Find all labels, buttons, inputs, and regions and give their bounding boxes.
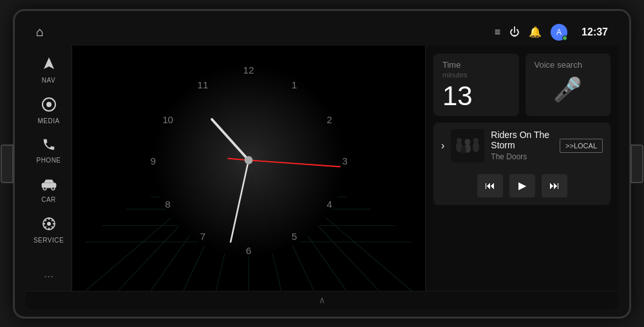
svg-text:7: 7 <box>200 231 205 242</box>
music-section: › <box>433 123 611 205</box>
microphone-icon[interactable]: 🎤 <box>553 76 582 103</box>
svg-text:1: 1 <box>292 79 297 90</box>
home-icon[interactable]: ⌂ <box>36 25 44 39</box>
nav-label: NAV <box>42 77 55 84</box>
time-widget: Time minutes 13 <box>433 54 519 116</box>
music-controls: ⏮ ▶ ⏭ <box>433 169 611 205</box>
svg-text:10: 10 <box>162 114 173 125</box>
svg-marker-0 <box>44 57 54 69</box>
svg-text:6: 6 <box>246 245 251 256</box>
song-info: Riders On The Storm The Doors <box>491 130 553 161</box>
svg-text:9: 9 <box>151 155 156 166</box>
bottom-bar: ∧ <box>26 291 618 309</box>
car-icon <box>41 177 57 193</box>
prev-button[interactable]: ⏮ <box>477 174 503 197</box>
svg-rect-60 <box>451 129 484 163</box>
clock-time: 12:37 <box>582 26 608 38</box>
svg-text:12: 12 <box>243 64 254 75</box>
clock-area: 12 1 2 3 4 5 6 7 8 9 10 11 <box>72 46 425 291</box>
device-frame: ⌂ ≡ ⏻ 🔔 A 12:37 <box>13 9 631 319</box>
svg-line-16 <box>44 226 46 228</box>
media-label: MEDIA <box>37 117 59 124</box>
bell-icon[interactable]: 🔔 <box>529 26 542 38</box>
right-panel: Time minutes 13 Voice search 🎤 › <box>425 46 618 291</box>
sidebar-item-service[interactable]: SERVICE <box>30 211 68 249</box>
svg-text:4: 4 <box>327 198 332 209</box>
svg-point-5 <box>43 186 46 190</box>
svg-text:5: 5 <box>292 231 297 242</box>
status-icons: ≡ ⏻ 🔔 A 12:37 <box>495 24 608 41</box>
expand-button[interactable]: › <box>441 140 444 152</box>
next-button[interactable]: ⏭ <box>542 174 567 197</box>
local-button[interactable]: >>LOCAL <box>560 139 603 153</box>
svg-text:2: 2 <box>327 114 332 125</box>
car-label: CAR <box>41 196 56 203</box>
music-header: › <box>433 123 611 169</box>
media-icon <box>41 97 57 115</box>
album-art-svg <box>451 129 484 163</box>
album-art <box>451 129 484 163</box>
time-widget-value: 13 <box>442 83 510 110</box>
online-dot <box>562 35 567 41</box>
svg-line-14 <box>52 226 53 228</box>
voice-widget-title: Voice search <box>535 60 582 70</box>
service-icon <box>41 216 57 234</box>
sidebar-item-car[interactable]: CAR <box>30 172 68 208</box>
sidebar-item-nav[interactable]: NAV <box>30 51 68 89</box>
power-icon[interactable]: ⏻ <box>509 26 520 38</box>
svg-point-8 <box>47 222 51 226</box>
phone-icon <box>42 137 56 154</box>
screen: ⌂ ≡ ⏻ 🔔 A 12:37 <box>26 19 618 309</box>
song-title: Riders On The Storm <box>491 130 553 150</box>
sidebar-item-media[interactable]: MEDIA <box>30 92 68 130</box>
sidebar: NAV MEDIA <box>26 46 72 291</box>
avatar[interactable]: A <box>551 24 567 41</box>
time-widget-title: Time <box>442 60 510 70</box>
song-artist: The Doors <box>491 152 553 161</box>
svg-line-15 <box>52 219 53 221</box>
svg-point-51 <box>245 156 253 164</box>
mount-right <box>630 144 643 183</box>
time-widget-subtitle: minutes <box>442 71 510 79</box>
sidebar-item-phone[interactable]: PHONE <box>30 132 68 169</box>
svg-text:11: 11 <box>198 79 209 90</box>
svg-text:3: 3 <box>342 155 347 166</box>
grid-floor: 12 1 2 3 4 5 6 7 8 9 10 11 <box>72 46 425 291</box>
svg-text:8: 8 <box>165 198 170 209</box>
status-bar: ⌂ ≡ ⏻ 🔔 A 12:37 <box>26 19 618 46</box>
phone-label: PHONE <box>36 157 61 164</box>
nav-icon <box>41 56 57 74</box>
service-label: SERVICE <box>33 237 64 244</box>
main-area: NAV MEDIA <box>26 46 618 291</box>
voice-widget[interactable]: Voice search 🎤 <box>526 54 611 116</box>
chevron-up-icon[interactable]: ∧ <box>319 295 325 305</box>
svg-point-6 <box>52 186 55 190</box>
mount-left <box>1 144 14 183</box>
svg-line-13 <box>44 219 46 221</box>
play-button[interactable]: ▶ <box>509 174 535 197</box>
more-dots[interactable]: ... <box>44 267 53 286</box>
top-widgets: Time minutes 13 Voice search 🎤 <box>433 54 611 116</box>
menu-icon[interactable]: ≡ <box>495 26 500 38</box>
